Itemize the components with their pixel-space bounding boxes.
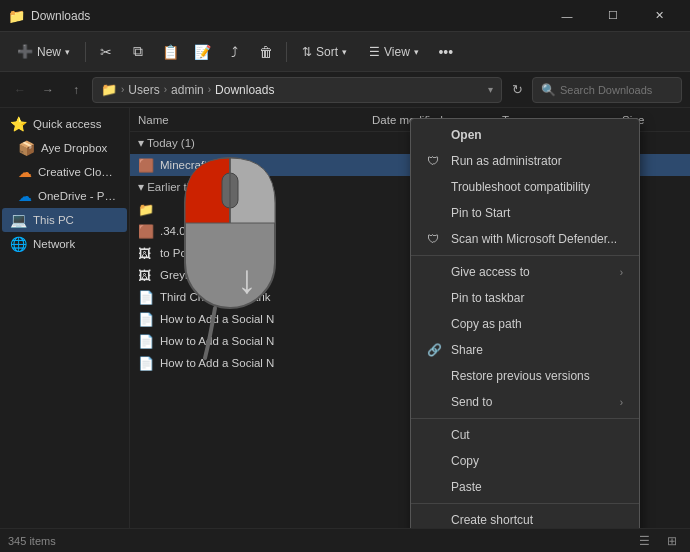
view-button[interactable]: ☰ View ▾ xyxy=(360,38,428,66)
ctx-give-access[interactable]: Give access to › xyxy=(411,259,639,285)
status-icon-view[interactable]: ⊞ xyxy=(662,531,682,551)
sort-icon: ⇅ xyxy=(302,45,312,59)
new-button[interactable]: ➕ New ▾ xyxy=(8,38,79,66)
ctx-sep-2 xyxy=(411,418,639,419)
address-folder-icon: 📁 xyxy=(101,82,117,97)
copy-button[interactable]: ⧉ xyxy=(124,38,152,66)
col-name-header[interactable]: Name xyxy=(138,114,372,126)
file-name-how-to-1: How to Add a Social N xyxy=(160,313,372,325)
address-sep-3: › xyxy=(208,84,211,95)
ctx-paste[interactable]: Paste xyxy=(411,474,639,500)
share-button[interactable]: ⤴ xyxy=(220,38,248,66)
doc-icon-1: 📄 xyxy=(138,290,156,305)
onedrive-icon: ☁ xyxy=(18,188,32,204)
ctx-run-admin[interactable]: 🛡 Run as administrator xyxy=(411,148,639,174)
address-bar[interactable]: 📁 › Users › admin › Downloads ▾ xyxy=(92,77,502,103)
nav-bar: ← → ↑ 📁 › Users › admin › Downloads ▾ ↻ … xyxy=(0,72,690,108)
address-part-admin: admin xyxy=(171,83,204,97)
ctx-share-icon: 🔗 xyxy=(427,343,443,357)
context-menu: Open 🛡 Run as administrator Troubleshoot… xyxy=(410,118,640,528)
toolbar: ➕ New ▾ ✂ ⧉ 📋 📝 ⤴ 🗑 ⇅ Sort ▾ ☰ View ▾ ••… xyxy=(0,32,690,72)
address-part-users: Users xyxy=(128,83,159,97)
address-sep-2: › xyxy=(164,84,167,95)
ctx-cut[interactable]: Cut xyxy=(411,422,639,448)
new-dropdown-icon: ▾ xyxy=(65,47,70,57)
cut-button[interactable]: ✂ xyxy=(92,38,120,66)
network-icon: 🌐 xyxy=(10,236,27,252)
paste-button[interactable]: 📋 xyxy=(156,38,184,66)
search-box: 🔍 xyxy=(532,77,682,103)
doc-icon-3: 📄 xyxy=(138,334,156,349)
ctx-pin-start[interactable]: Pin to Start xyxy=(411,200,639,226)
title-controls: — ☐ ✕ xyxy=(544,0,682,32)
file-name-app2: .34.03 xyxy=(160,225,372,237)
file-name-how-to-2: How to Add a Social N xyxy=(160,335,372,347)
sidebar-label-this-pc: This PC xyxy=(33,214,74,226)
sidebar-item-aye-dropbox[interactable]: 📦 Aye Dropbox xyxy=(2,136,127,160)
view-dropdown-icon: ▾ xyxy=(414,47,419,57)
maximize-button[interactable]: ☐ xyxy=(590,0,636,32)
ctx-scan-defender[interactable]: 🛡 Scan with Microsoft Defender... xyxy=(411,226,639,252)
ctx-restore-versions[interactable]: Restore previous versions xyxy=(411,363,639,389)
address-part-downloads: Downloads xyxy=(215,83,274,97)
ctx-sep-3 xyxy=(411,503,639,504)
sidebar: ⭐ Quick access 📦 Aye Dropbox ☁ Creative … xyxy=(0,108,130,528)
up-button[interactable]: ↑ xyxy=(64,78,88,102)
ctx-copy-path[interactable]: Copy as path xyxy=(411,311,639,337)
ctx-pin-taskbar[interactable]: Pin to taskbar xyxy=(411,285,639,311)
toolbar-separator-2 xyxy=(286,42,287,62)
app-icon-2: 🟫 xyxy=(138,224,156,239)
doc-icon-4: 📄 xyxy=(138,356,156,371)
ctx-troubleshoot[interactable]: Troubleshoot compatibility xyxy=(411,174,639,200)
refresh-button[interactable]: ↻ xyxy=(506,79,528,101)
file-name-png1: to Por xyxy=(160,247,372,259)
file-content: Name Date modified Type Size ▾ Today (1)… xyxy=(130,108,690,528)
ctx-send-to[interactable]: Send to › xyxy=(411,389,639,415)
png-icon-1: 🖼 xyxy=(138,246,156,261)
plus-icon: ➕ xyxy=(17,44,33,59)
address-sep-1: › xyxy=(121,84,124,95)
png-icon-2: 🖼 xyxy=(138,268,156,283)
delete-button[interactable]: 🗑 xyxy=(252,38,280,66)
file-name-png2: Greylo xyxy=(160,269,372,281)
more-button[interactable]: ••• xyxy=(432,38,460,66)
ctx-copy[interactable]: Copy xyxy=(411,448,639,474)
sidebar-item-creative-cloud[interactable]: ☁ Creative Cloud F xyxy=(2,160,127,184)
ctx-arrow-access: › xyxy=(620,267,623,278)
title-bar: 📁 Downloads — ☐ ✕ xyxy=(0,0,690,32)
sidebar-item-quick-access[interactable]: ⭐ Quick access xyxy=(2,112,127,136)
doc-icon-2: 📄 xyxy=(138,312,156,327)
forward-button[interactable]: → xyxy=(36,78,60,102)
ctx-arrow-sendto: › xyxy=(620,397,623,408)
status-details-view[interactable]: ☰ xyxy=(634,531,654,551)
close-button[interactable]: ✕ xyxy=(636,0,682,32)
status-bar: 345 items ☰ ⊞ xyxy=(0,528,690,552)
star-icon: ⭐ xyxy=(10,116,27,132)
sidebar-label-aye-dropbox: Aye Dropbox xyxy=(41,142,107,154)
search-icon: 🔍 xyxy=(541,83,556,97)
status-count: 345 items xyxy=(8,535,56,547)
creative-cloud-icon: ☁ xyxy=(18,164,32,180)
back-button[interactable]: ← xyxy=(8,78,32,102)
sidebar-item-network[interactable]: 🌐 Network xyxy=(2,232,127,256)
ctx-shield-icon: 🛡 xyxy=(427,154,443,168)
folder-icon: 📁 xyxy=(138,202,156,217)
sidebar-label-creative-cloud: Creative Cloud F xyxy=(38,166,119,178)
main-area: ⭐ Quick access 📦 Aye Dropbox ☁ Creative … xyxy=(0,108,690,528)
rename-button[interactable]: 📝 xyxy=(188,38,216,66)
toolbar-separator-1 xyxy=(85,42,86,62)
file-name-third-church: Third Church of Marik xyxy=(160,291,372,303)
search-input[interactable] xyxy=(560,84,673,96)
sidebar-item-this-pc[interactable]: 💻 This PC xyxy=(2,208,127,232)
ctx-share[interactable]: 🔗 Share xyxy=(411,337,639,363)
ctx-create-shortcut[interactable]: Create shortcut xyxy=(411,507,639,528)
sidebar-label-onedrive: OneDrive - Perso xyxy=(38,190,119,202)
title-text: Downloads xyxy=(31,9,544,23)
sort-dropdown-icon: ▾ xyxy=(342,47,347,57)
sidebar-item-onedrive[interactable]: ☁ OneDrive - Perso xyxy=(2,184,127,208)
ctx-open[interactable]: Open xyxy=(411,122,639,148)
minimize-button[interactable]: — xyxy=(544,0,590,32)
ctx-sep-1 xyxy=(411,255,639,256)
address-dropdown-icon[interactable]: ▾ xyxy=(488,84,493,95)
sort-button[interactable]: ⇅ Sort ▾ xyxy=(293,38,356,66)
